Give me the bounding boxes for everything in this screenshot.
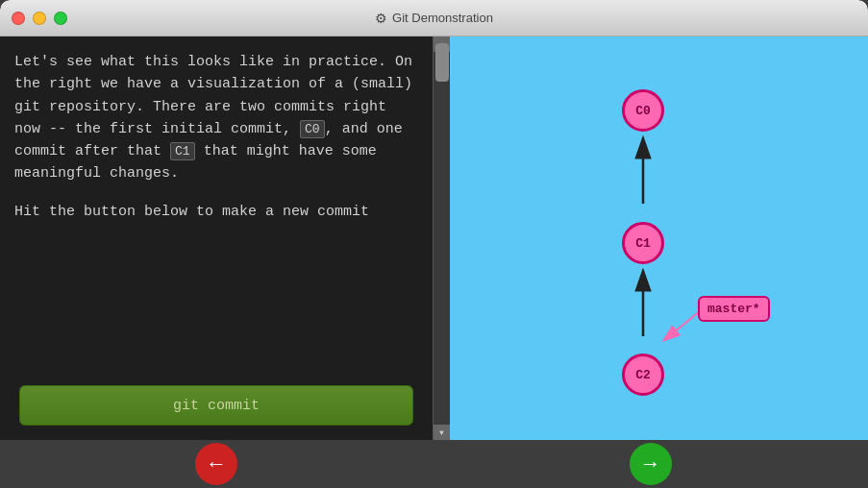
window-controls	[12, 12, 67, 25]
main-content: Let's see what this looks like in practi…	[0, 37, 868, 440]
git-visualization: C0 C1 C2 master*	[450, 37, 868, 440]
maximize-button[interactable]	[54, 12, 67, 25]
paragraph-2: Hit the button below to make a new commi…	[14, 201, 418, 223]
scrollbar-down-arrow[interactable]: ▼	[434, 425, 450, 440]
title-bar: ⚙ Git Demonstration	[0, 0, 868, 37]
back-button[interactable]: ←	[195, 443, 237, 485]
close-button[interactable]	[12, 12, 25, 25]
back-arrow-icon: ←	[206, 451, 227, 476]
git-node-c0: C0	[622, 89, 664, 132]
git-commit-button[interactable]: git commit	[19, 385, 413, 426]
minimize-button[interactable]	[33, 12, 46, 25]
inline-code-c1: C1	[170, 142, 195, 160]
bottom-bar: ← →	[0, 440, 868, 488]
inline-code-c0: C0	[300, 120, 325, 138]
nav-right-section: →	[433, 443, 868, 485]
forward-button[interactable]: →	[630, 443, 672, 485]
window-title: Git Demonstration	[392, 11, 493, 25]
master-label: master*	[698, 296, 770, 322]
scrollbar[interactable]: ▲ ▼	[433, 37, 450, 440]
left-panel: Let's see what this looks like in practi…	[0, 37, 433, 440]
paragraph-1: Let's see what this looks like in practi…	[14, 51, 418, 185]
forward-arrow-icon: →	[640, 451, 661, 476]
and-text: and	[342, 121, 368, 137]
title-text: ⚙ Git Demonstration	[375, 11, 493, 26]
nav-left-section: ←	[0, 443, 433, 485]
git-node-c1: C1	[622, 222, 664, 264]
git-node-c2: C2	[622, 354, 664, 396]
scrollbar-thumb[interactable]	[435, 43, 449, 82]
description-text: Let's see what this looks like in practi…	[0, 37, 433, 376]
svg-line-3	[669, 311, 700, 336]
gear-icon: ⚙	[375, 11, 387, 26]
